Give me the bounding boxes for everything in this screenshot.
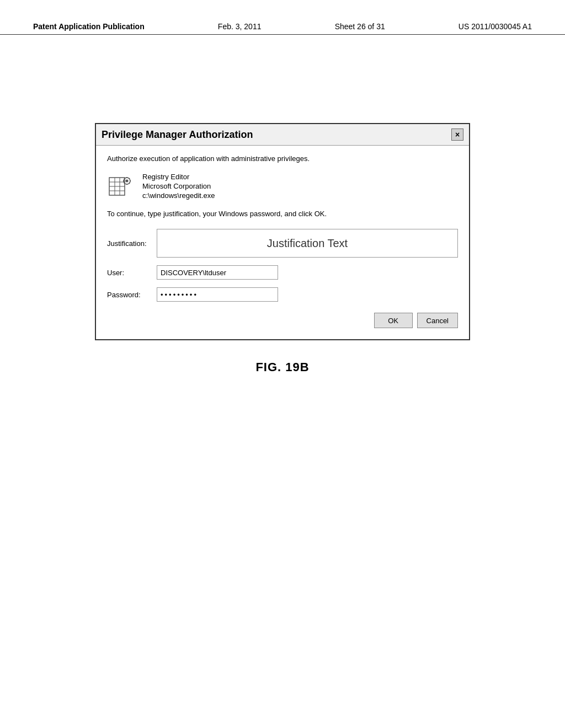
- buttons-row: OK Cancel: [107, 313, 458, 328]
- registry-editor-icon: [107, 173, 134, 200]
- justification-label: Justification:: [107, 239, 157, 248]
- justification-row: Justification: Justification Text: [107, 229, 458, 258]
- patent-number: US 2011/0030045 A1: [459, 22, 532, 31]
- password-input[interactable]: [157, 287, 278, 302]
- app-company: Microsoft Corporation: [142, 182, 215, 190]
- justification-text: Justification Text: [267, 237, 348, 250]
- svg-line-12: [124, 178, 125, 179]
- svg-line-13: [129, 183, 130, 184]
- form-section: Justification: Justification Text User: …: [107, 229, 458, 302]
- app-name: Registry Editor: [142, 173, 215, 181]
- password-label: Password:: [107, 291, 157, 299]
- app-path: c:\windows\regedit.exe: [142, 191, 215, 200]
- justification-field[interactable]: Justification Text: [157, 229, 458, 258]
- close-button[interactable]: ×: [451, 129, 463, 141]
- page-header: Patent Application Publication Feb. 3, 2…: [0, 0, 565, 35]
- figure-label: FIG. 19B: [255, 360, 309, 374]
- dialog-title: Privilege Manager Authorization: [102, 129, 253, 141]
- continue-text: To continue, type justification, your Wi…: [107, 210, 458, 218]
- dialog-body: Authorize execution of application with …: [96, 146, 469, 339]
- authorize-text: Authorize execution of application with …: [107, 154, 458, 163]
- password-row: Password:: [107, 287, 458, 302]
- dialog-titlebar: Privilege Manager Authorization ×: [96, 124, 469, 146]
- user-row: User:: [107, 265, 458, 280]
- svg-line-14: [124, 183, 125, 184]
- publication-label: Patent Application Publication: [33, 22, 145, 31]
- user-input[interactable]: [157, 265, 278, 280]
- user-label: User:: [107, 269, 157, 277]
- app-info-row: Registry Editor Microsoft Corporation c:…: [107, 173, 458, 200]
- sheet-label: Sheet 26 of 31: [335, 22, 385, 31]
- app-details: Registry Editor Microsoft Corporation c:…: [142, 173, 215, 200]
- publication-date: Feb. 3, 2011: [218, 22, 262, 31]
- main-content: Privilege Manager Authorization × Author…: [0, 35, 565, 374]
- privilege-manager-dialog: Privilege Manager Authorization × Author…: [95, 123, 470, 340]
- cancel-button[interactable]: Cancel: [417, 313, 458, 328]
- svg-point-7: [126, 179, 129, 182]
- svg-line-15: [129, 178, 130, 179]
- ok-button[interactable]: OK: [374, 313, 413, 328]
